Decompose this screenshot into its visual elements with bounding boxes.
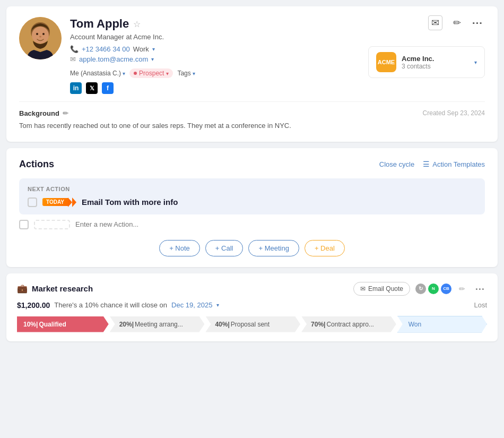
- integration-icons: ↻ N CB: [415, 284, 451, 294]
- pipeline-stage-2[interactable]: 40%| Proposal sent: [205, 316, 300, 332]
- list-icon: ☰: [423, 160, 430, 168]
- briefcase-icon: 💼: [17, 284, 28, 294]
- next-action-label: NEXT ACTION: [28, 186, 476, 192]
- action-text: Email Tom with more info: [82, 197, 178, 207]
- deal-title-row: 💼 Market research: [17, 284, 93, 294]
- envelope-icon: ✉: [428, 15, 442, 30]
- contact-phone[interactable]: +12 3466 34 00: [82, 45, 130, 53]
- pipeline-stage-1[interactable]: 20%| Meeting arrang...: [110, 316, 205, 332]
- email-quote-icon: ✉: [360, 285, 366, 293]
- deal-title: Market research: [32, 284, 93, 293]
- sync-icon: ↻: [415, 284, 426, 294]
- actions-controls: Close cycle ☰ Action Templates: [379, 160, 485, 168]
- pipeline-stage-3[interactable]: 70%| Contract appro...: [301, 316, 396, 332]
- contact-name: Tom Apple: [70, 17, 129, 31]
- more-options-button[interactable]: ⋯: [470, 14, 485, 31]
- facebook-icon[interactable]: f: [102, 82, 114, 94]
- created-date: Created Sep 23, 2024: [423, 109, 485, 117]
- action-checkbox[interactable]: [28, 197, 37, 207]
- new-action-checkbox[interactable]: [19, 220, 29, 229]
- company-chevron-icon[interactable]: ▾: [474, 59, 477, 65]
- email-quote-button[interactable]: ✉ Email Quote: [353, 282, 410, 296]
- meeting-button[interactable]: + Meeting: [248, 240, 299, 256]
- email-dropdown-icon[interactable]: ▾: [151, 56, 154, 62]
- svg-point-3: [36, 33, 38, 35]
- integration-blue-icon: CB: [441, 284, 451, 294]
- company-logo: ACME: [376, 52, 396, 72]
- new-action-dashed-box: [34, 220, 70, 229]
- deal-button[interactable]: + Deal: [305, 240, 345, 256]
- today-badge: TODAY: [42, 197, 76, 207]
- header-actions: ✉ ✏ ⋯: [426, 14, 485, 31]
- action-item: TODAY Email Tom with more info: [28, 197, 476, 207]
- background-edit-icon[interactable]: ✏: [63, 109, 68, 117]
- tags-label[interactable]: Tags ▾: [177, 70, 195, 77]
- today-badge-arrow-icon: [68, 197, 72, 207]
- pencil-icon: ✏: [453, 18, 461, 28]
- phone-icon: 📞: [70, 45, 79, 53]
- new-action-row: [19, 214, 485, 229]
- company-contacts: 3 contacts: [402, 63, 469, 70]
- integration-green-icon: N: [428, 284, 439, 294]
- company-name: Acme Inc.: [402, 55, 469, 63]
- deal-actions-right: ✉ Email Quote ↻ N CB ✏ ⋯: [353, 282, 487, 296]
- deal-amount: $1,200.00: [17, 301, 50, 310]
- svg-point-4: [42, 33, 45, 35]
- background-section: Created Sep 23, 2024 Background ✏ Tom ha…: [19, 101, 485, 131]
- avatar: [19, 17, 62, 59]
- phone-dropdown-icon[interactable]: ▾: [152, 46, 155, 52]
- background-label: Background ✏: [19, 109, 485, 117]
- contact-header: Tom Apple ☆ Account Manager at Acme Inc.…: [19, 17, 485, 94]
- email-action-button[interactable]: ✉: [426, 15, 445, 31]
- twitter-icon[interactable]: 𝕏: [86, 82, 98, 94]
- deal-meta-row: $1,200.00 There's a 10% chance it will c…: [17, 301, 487, 310]
- prospect-dropdown-icon: ▾: [166, 71, 169, 76]
- linkedin-icon[interactable]: in: [70, 82, 82, 94]
- pipeline-stage-0[interactable]: 10%| Qualified: [17, 316, 109, 332]
- action-buttons-row: + Note + Call + Meeting + Deal: [19, 240, 485, 256]
- lost-badge: Lost: [474, 301, 487, 309]
- close-date-dropdown-icon[interactable]: ▾: [216, 302, 219, 308]
- actions-card: Actions Close cycle ☰ Action Templates N…: [6, 148, 498, 267]
- contact-card: Tom Apple ☆ Account Manager at Acme Inc.…: [6, 6, 498, 142]
- pipeline: 10%| Qualified20%| Meeting arrang...40%|…: [17, 316, 487, 333]
- new-action-input[interactable]: [75, 220, 485, 228]
- deal-more-button[interactable]: ⋯: [473, 282, 487, 296]
- deal-edit-button[interactable]: ✏: [457, 284, 467, 294]
- phone-label: Work: [133, 45, 149, 53]
- assigned-to[interactable]: Me (Anastasia C.) ▾: [70, 70, 125, 77]
- prospect-dot: [134, 72, 137, 75]
- call-button[interactable]: + Call: [205, 240, 244, 256]
- company-box[interactable]: ACME Acme Inc. 3 contacts ▾: [368, 46, 485, 78]
- background-text: Tom has recently reached out to one of o…: [19, 121, 485, 131]
- more-dots-icon: ⋯: [472, 17, 483, 29]
- deal-header: 💼 Market research ✉ Email Quote ↻ N CB ✏…: [17, 282, 487, 296]
- pipeline-stage-4[interactable]: Won: [397, 316, 487, 333]
- prospect-tag[interactable]: Prospect ▾: [129, 68, 173, 78]
- social-icons: in 𝕏 f: [70, 82, 485, 94]
- actions-header: Actions Close cycle ☰ Action Templates: [19, 159, 485, 170]
- star-icon[interactable]: ☆: [133, 19, 141, 29]
- next-action-box: NEXT ACTION TODAY Email Tom with more in…: [19, 178, 485, 214]
- assigned-dropdown-icon: ▾: [123, 71, 125, 76]
- company-panel: ✉ ✏ ⋯ ACME Acme Inc. 3 contacts ▾: [368, 17, 485, 78]
- svg-point-5: [39, 36, 41, 38]
- note-button[interactable]: + Note: [159, 240, 200, 256]
- actions-title: Actions: [19, 159, 54, 170]
- contact-email[interactable]: apple.tom@acme.com: [79, 55, 148, 63]
- deal-card: 💼 Market research ✉ Email Quote ↻ N CB ✏…: [6, 273, 498, 341]
- action-templates-button[interactable]: ☰ Action Templates: [423, 160, 485, 168]
- tags-dropdown-icon: ▾: [193, 71, 195, 76]
- edit-button[interactable]: ✏: [451, 15, 463, 31]
- close-cycle-button[interactable]: Close cycle: [379, 160, 414, 168]
- close-date[interactable]: Dec 19, 2025: [171, 301, 212, 309]
- company-details: Acme Inc. 3 contacts: [402, 55, 469, 70]
- email-icon: ✉: [70, 55, 76, 63]
